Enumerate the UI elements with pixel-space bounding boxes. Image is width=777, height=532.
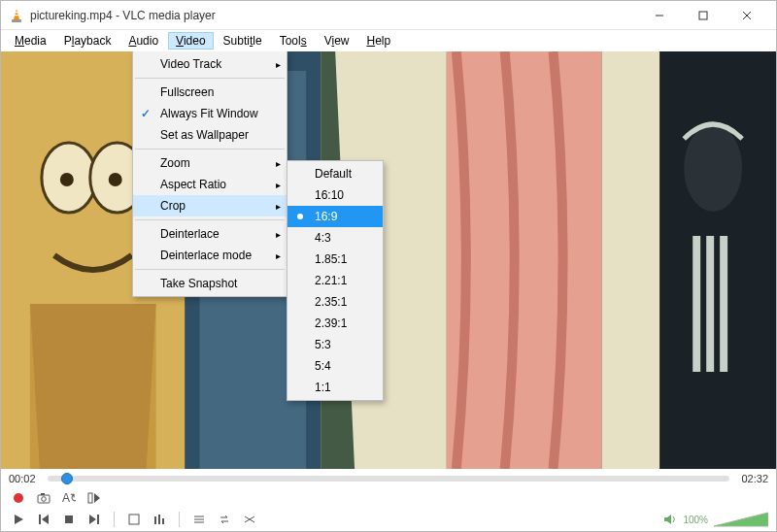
svg-rect-3 [12,19,21,22]
crop-option-default[interactable]: Default [287,163,383,184]
menu-item-take-snapshot[interactable]: Take Snapshot [133,273,287,294]
menu-item-aspect-ratio[interactable]: Aspect Ratio▸ [133,174,287,195]
menu-item-set-wallpaper[interactable]: Set as Wallpaper [133,124,287,146]
crop-option-5-4[interactable]: 5:4 [287,355,383,377]
window-controls [637,2,768,29]
menu-item-fullscreen[interactable]: Fullscreen [133,82,287,103]
menu-label: 2.35:1 [315,295,347,309]
svg-marker-31 [89,515,96,524]
volume-percent: 100% [683,515,708,525]
menu-label: Default [315,167,352,181]
crop-option-2-21-1[interactable]: 2.21:1 [287,270,383,291]
frame-step-button[interactable] [84,489,104,507]
chevron-right-icon: ▸ [276,229,281,240]
menu-item-always-fit[interactable]: ✓Always Fit Window [133,103,287,124]
maximize-button[interactable] [681,2,725,29]
menu-playback[interactable]: Playback [56,32,119,50]
menu-label: 5:4 [315,359,331,373]
svg-point-20 [684,124,742,212]
chevron-right-icon: ▸ [276,250,281,261]
equalizer-icon [153,514,165,525]
previous-button[interactable] [34,511,53,528]
menu-view[interactable]: View [317,32,357,50]
menu-item-video-track[interactable]: Video Track▸ [133,53,287,75]
playlist-icon [193,514,205,525]
playback-toolbar: 100% [1,508,776,531]
menu-label: Video Track [160,57,221,71]
skip-previous-icon [38,514,50,525]
loop-ab-button[interactable]: A↻B [59,489,79,507]
menu-item-deinterlace-mode[interactable]: Deinterlace mode▸ [133,245,287,266]
record-button[interactable] [9,489,28,507]
menu-subtitle[interactable]: Subtitle [216,32,270,50]
fullscreen-button[interactable] [124,511,144,528]
svg-rect-5 [699,12,707,19]
toolbar-separator [114,512,115,527]
time-elapsed[interactable]: 00:02 [9,473,42,484]
stop-button[interactable] [59,511,79,528]
svg-rect-19 [659,51,776,469]
next-button[interactable] [84,511,104,528]
menu-item-deinterlace[interactable]: Deinterlace▸ [133,223,287,245]
menu-label: Deinterlace [160,227,220,241]
camera-icon [37,492,51,504]
menu-bar: Media Playback Audio Video Subtitle Tool… [1,30,776,51]
crop-option-16-9[interactable]: 16:9 [287,206,383,227]
playlist-button[interactable] [189,511,209,528]
menu-label: 1.85:1 [315,252,347,266]
video-menu: Video Track▸ Fullscreen ✓Always Fit Wind… [132,51,287,297]
crop-option-1-1[interactable]: 1:1 [287,377,383,398]
svg-rect-18 [601,51,659,469]
svg-point-11 [60,173,74,186]
seek-slider[interactable] [48,476,729,482]
menu-item-crop[interactable]: Crop▸ [133,195,287,216]
extended-settings-button[interactable] [150,511,169,528]
title-bar: pictureking.mp4 - VLC media player [1,1,776,30]
menu-label: 1:1 [315,381,331,394]
crop-option-2-35-1[interactable]: 2.35:1 [287,291,383,313]
svg-rect-1 [15,12,19,13]
menu-audio[interactable]: Audio [120,32,166,50]
toolbar-separator [179,512,180,527]
menu-separator [135,149,285,150]
time-total[interactable]: 02:32 [735,473,768,484]
speaker-icon[interactable] [663,513,677,526]
loop-ab-icon: A↻B [62,492,76,504]
seek-knob-icon[interactable] [61,473,73,484]
svg-rect-36 [162,518,164,524]
volume-slider[interactable] [714,511,768,528]
stop-icon [63,514,75,525]
menu-media[interactable]: Media [7,32,54,50]
seek-row: 00:02 02:32 [1,469,776,488]
minimize-button[interactable] [637,2,681,29]
checkmark-icon: ✓ [141,107,151,120]
loop-button[interactable] [215,511,234,528]
svg-marker-40 [664,515,671,524]
chevron-right-icon: ▸ [276,201,281,212]
skip-next-icon [88,514,100,525]
menu-video[interactable]: Video [168,32,213,50]
crop-option-5-3[interactable]: 5:3 [287,334,383,355]
crop-submenu: Default 16:10 16:9 4:3 1.85:1 2.21:1 2.3… [287,160,384,401]
chevron-right-icon: ▸ [276,158,281,169]
menu-tools[interactable]: Tools [272,32,315,50]
loop-icon [219,514,230,525]
snapshot-button[interactable] [34,489,53,507]
menu-label: Aspect Ratio [160,178,226,191]
crop-option-16-10[interactable]: 16:10 [287,184,383,206]
crop-option-1-85-1[interactable]: 1.85:1 [287,249,383,270]
menu-label: 16:9 [315,210,337,223]
record-icon [14,493,23,503]
menu-label: 5:3 [315,338,331,351]
play-button[interactable] [9,511,28,528]
shuffle-button[interactable] [240,511,259,528]
crop-option-2-39-1[interactable]: 2.39:1 [287,313,383,334]
menu-item-zoom[interactable]: Zoom▸ [133,152,287,174]
crop-option-4-3[interactable]: 4:3 [287,227,383,249]
menu-separator [135,269,285,270]
menu-help[interactable]: Help [358,32,398,50]
svg-rect-32 [97,515,99,524]
close-button[interactable] [725,2,768,29]
secondary-toolbar: A↻B [1,488,776,508]
svg-marker-27 [15,515,23,524]
